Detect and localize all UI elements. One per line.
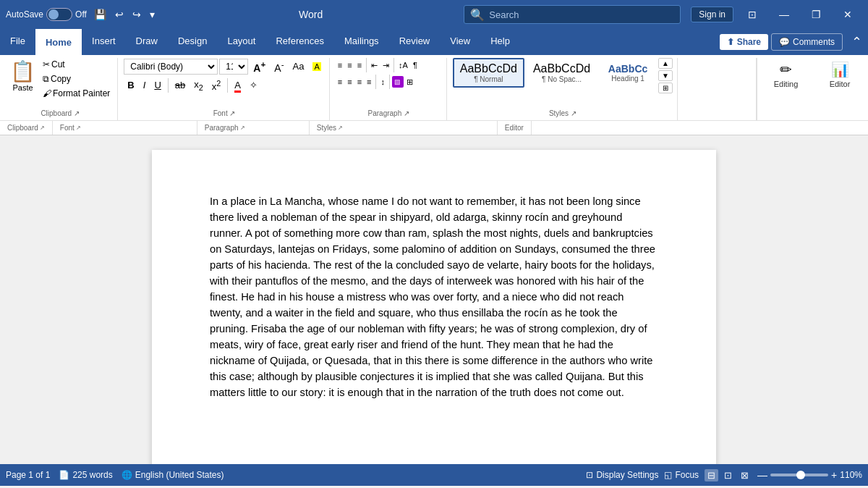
change-case-button[interactable]: Aa (289, 59, 308, 73)
editor-button[interactable]: 📊 Editor (814, 58, 865, 120)
comments-button[interactable]: 💬 Comments (771, 33, 843, 51)
quick-access-toolbar: 💾 ↩ ↪ ▾ (91, 7, 158, 22)
tab-view[interactable]: View (440, 29, 480, 55)
format-painter-button[interactable]: 🖌 Format Painter (40, 87, 113, 100)
share-button[interactable]: ⬆ Share (720, 34, 768, 50)
multilevel-button[interactable]: ≡ (355, 59, 364, 71)
decrease-indent-button[interactable]: ⇤ (369, 59, 380, 72)
ribbon-collapse-button[interactable]: ⌃ (846, 34, 868, 50)
style-nospacing-preview: AaBbCcDd (533, 62, 590, 75)
styles-bottom-label[interactable]: Styles ↗ (310, 121, 498, 135)
tab-draw[interactable]: Draw (126, 29, 168, 55)
tab-layout[interactable]: Layout (217, 29, 265, 55)
align-right-button[interactable]: ≡ (355, 76, 364, 88)
editing-button[interactable]: ✏ Editing (774, 61, 799, 88)
paragraph-bottom-label[interactable]: Paragraph ↗ (197, 121, 310, 135)
bullets-button[interactable]: ≡ (336, 59, 344, 71)
copy-button[interactable]: ⧉ Copy (40, 72, 113, 85)
save-button[interactable]: 💾 (91, 7, 109, 22)
font-family-select[interactable]: Calibri (Body) (124, 59, 218, 75)
tab-help[interactable]: Help (480, 29, 520, 55)
align-center-button[interactable]: ≡ (345, 76, 354, 88)
justify-button[interactable]: ≡ (365, 76, 373, 88)
autosave-toggle[interactable] (46, 8, 72, 21)
align-left-button[interactable]: ≡ (336, 76, 344, 88)
document-content[interactable]: In a place in La Mancha, whose name I do… (210, 193, 658, 400)
store-button[interactable]: ⊡ (738, 4, 767, 25)
shading-button[interactable]: ▧ (392, 76, 404, 88)
customize-qa-button[interactable]: ▾ (147, 7, 158, 22)
close-button[interactable]: ✕ (833, 4, 862, 25)
print-view-button[interactable]: ⊟ (705, 469, 718, 481)
line-spacing-button[interactable]: ↕ (378, 76, 387, 88)
web-view-button[interactable]: ⊡ (721, 469, 735, 481)
clipboard-bottom-label[interactable]: Clipboard ↗ (0, 121, 53, 135)
display-settings[interactable]: ⊡ Display Settings (586, 470, 658, 480)
status-bar: Page 1 of 1 📄 225 words 🌐 English (Unite… (0, 464, 868, 486)
text-effects-button[interactable]: ✧ (246, 78, 261, 92)
sort-button[interactable]: ↕A (396, 59, 410, 71)
font-size-select[interactable]: 11 (219, 59, 248, 75)
styles-more[interactable]: ⊞ (658, 83, 673, 93)
tab-review[interactable]: Review (389, 29, 441, 55)
strikethrough-button[interactable]: ab (171, 78, 189, 92)
search-box[interactable]: 🔍 (464, 5, 681, 24)
undo-button[interactable]: ↩ (112, 7, 127, 22)
paste-button[interactable]: 📋 Paste (7, 58, 38, 93)
cut-button[interactable]: ✂ Cut (40, 58, 113, 71)
search-input[interactable] (489, 9, 674, 20)
signin-button[interactable]: Sign in (691, 7, 733, 22)
editor-bottom-label[interactable]: Editor (498, 121, 532, 135)
clipboard-group: 📋 Paste ✂ Cut ⧉ Copy 🖌 Format Painter (3, 58, 118, 120)
zoom-slider[interactable] (770, 474, 828, 476)
subscript-button[interactable]: x2 (190, 77, 207, 93)
document-page[interactable]: In a place in La Mancha, whose name I do… (152, 150, 716, 464)
search-icon: 🔍 (470, 8, 485, 22)
editing-icon: ✏ (780, 61, 792, 78)
redo-button[interactable]: ↪ (129, 7, 144, 22)
style-no-spacing[interactable]: AaBbCcDd ¶ No Spac... (526, 58, 597, 88)
focus-button[interactable]: ◱ Focus (664, 470, 699, 480)
tab-home[interactable]: Home (35, 29, 82, 55)
show-formatting-button[interactable]: ¶ (411, 59, 420, 71)
font-group: Calibri (Body) 11 A+ A- Aa A B I U (119, 58, 329, 120)
increase-indent-button[interactable]: ⇥ (380, 59, 391, 72)
paragraph-label: Paragraph ↗ (336, 108, 442, 119)
italic-button[interactable]: I (140, 78, 150, 92)
styles-scroll-up[interactable]: ▲ (658, 58, 673, 69)
language-selector[interactable]: 🌐 English (United States) (122, 470, 224, 480)
superscript-button[interactable]: x2 (208, 77, 225, 93)
page-info[interactable]: Page 1 of 1 (6, 470, 50, 480)
zoom-in-button[interactable]: + (831, 469, 837, 481)
editing-area: ✏ Editing (757, 58, 814, 120)
cut-label: Cut (51, 59, 65, 70)
paragraph-expand-icon: ↗ (404, 109, 409, 117)
display-settings-icon: ⊡ (586, 470, 593, 480)
tab-references[interactable]: References (265, 29, 333, 55)
borders-button[interactable]: ⊞ (404, 76, 415, 88)
font-color-button[interactable]: A (231, 78, 244, 92)
zoom-out-button[interactable]: — (757, 469, 767, 481)
paragraph-content: ≡ ≡ ≡ ⇤ ⇥ ↕A ¶ ≡ ≡ ≡ ≡ ↕ (336, 58, 442, 108)
styles-scroll-down[interactable]: ▼ (658, 70, 673, 81)
restore-button[interactable]: ❐ (801, 4, 830, 25)
minimize-button[interactable]: — (770, 4, 799, 25)
tab-design[interactable]: Design (168, 29, 217, 55)
numbering-button[interactable]: ≡ (345, 59, 354, 71)
font-bottom-label[interactable]: Font ↗ (53, 121, 197, 135)
bold-button[interactable]: B (124, 78, 137, 92)
word-count[interactable]: 📄 225 words (59, 470, 112, 480)
tab-insert[interactable]: Insert (82, 29, 126, 55)
share-label: Share (737, 37, 761, 47)
style-heading1[interactable]: AaBbCc Heading 1 (599, 59, 657, 87)
tab-mailings[interactable]: Mailings (334, 29, 389, 55)
document-area[interactable]: In a place in La Mancha, whose name I do… (0, 135, 868, 464)
font-size-down-button[interactable]: A- (271, 58, 287, 75)
tab-file[interactable]: File (0, 29, 35, 55)
ribbon: File Home Insert Draw Design Layout Refe… (0, 29, 868, 135)
read-view-button[interactable]: ⊠ (738, 469, 752, 481)
style-normal[interactable]: AaBbCcDd ¶ Normal (453, 58, 524, 88)
underline-button[interactable]: U (150, 78, 164, 92)
text-highlight-button[interactable]: A (309, 59, 324, 73)
font-size-up-button[interactable]: A+ (250, 58, 269, 75)
